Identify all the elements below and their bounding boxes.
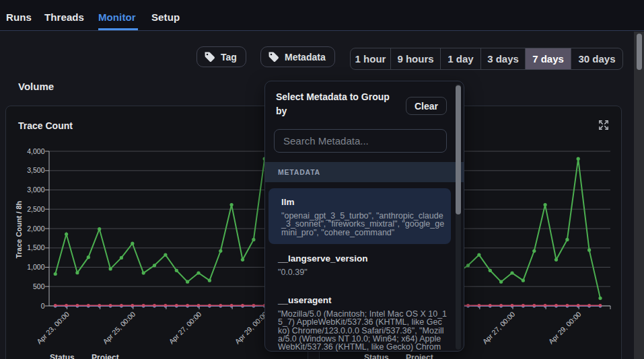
svg-text:0: 0 [41,302,45,310]
svg-text:Apr 29, 00:00: Apr 29, 00:00 [547,310,583,346]
svg-text:4,000: 4,000 [27,147,44,155]
svg-text:1,000: 1,000 [27,263,44,271]
svg-text:500: 500 [33,282,45,290]
svg-text:Apr 27, 00:00: Apr 27, 00:00 [167,310,203,346]
svg-text:Trace Count / 8h: Trace Count / 8h [15,200,23,258]
svg-text:3,500: 3,500 [27,166,44,174]
svg-text:2,000: 2,000 [27,225,44,233]
svg-text:Apr 27, 00:00: Apr 27, 00:00 [480,310,516,346]
svg-text:Apr 25, 00:00: Apr 25, 00:00 [101,310,137,346]
svg-text:Apr 29, 00:00: Apr 29, 00:00 [234,310,269,346]
svg-text:3,000: 3,000 [27,186,44,194]
svg-text:2,500: 2,500 [27,205,44,213]
svg-text:1,500: 1,500 [27,243,44,251]
svg-text:Apr 23, 00:00: Apr 23, 00:00 [35,310,71,346]
